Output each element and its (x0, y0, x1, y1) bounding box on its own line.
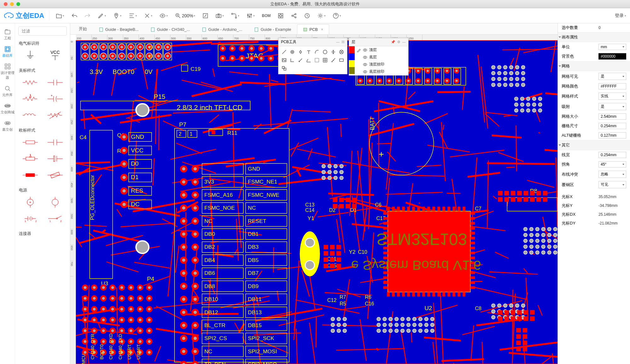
panel-close-icon[interactable]: ☒ (341, 40, 345, 44)
layer-swatch-botsilk[interactable] (349, 67, 355, 74)
rail-baselib[interactable]: 基础库 (0, 43, 15, 60)
eye-icon[interactable] (363, 55, 367, 60)
angle-select[interactable]: 45° (598, 161, 626, 168)
tool-circle[interactable] (321, 48, 329, 56)
bom-button[interactable]: BOM (260, 12, 272, 19)
canvas[interactable]: 2002503003504004505005506006507007508008… (70, 35, 558, 364)
tab-arduino[interactable]: Guide - Arduino_... (196, 24, 248, 34)
redo-button[interactable] (83, 11, 93, 20)
rail-project[interactable]: 工程 (0, 26, 15, 43)
symbol-fuse-eu[interactable] (44, 168, 66, 182)
panel-minimize-icon[interactable]: — (336, 40, 340, 44)
layers-panel[interactable]: 层📌⚙— 顶层 (349, 38, 409, 76)
pencil-tool-button[interactable]: ▾ (96, 11, 108, 20)
tool-text[interactable] (305, 48, 312, 56)
eye-icon[interactable] (363, 70, 367, 74)
place-tool-button[interactable]: ▾ (111, 11, 123, 20)
layer-row-botsilk[interactable]: 底层丝印 (355, 68, 408, 75)
camera-button[interactable]: ▾ (214, 11, 226, 20)
section-grid[interactable]: 网格 (558, 61, 630, 71)
tool-protractor[interactable] (305, 56, 312, 64)
unit-select[interactable]: mm (598, 44, 626, 50)
eye-icon[interactable] (363, 62, 367, 67)
rail-designmgr[interactable]: 设计管理器 (0, 60, 15, 82)
symbol-probe[interactable]: 12 (44, 212, 66, 225)
file-menu-button[interactable]: ▾ (54, 11, 66, 20)
align-tool-button[interactable]: ▾ (127, 11, 139, 20)
symbol-resistor-us[interactable] (19, 76, 41, 89)
symbol-inductor-us[interactable] (19, 109, 41, 122)
symbol-dc-source[interactable] (44, 196, 66, 209)
linewidth-input[interactable]: 0.254mm (598, 152, 626, 158)
rail-componentlib[interactable]: 元件库 (0, 82, 15, 100)
tab-example[interactable]: Guide - Example (248, 24, 297, 34)
eye-icon[interactable] (363, 48, 367, 52)
rail-jlc[interactable]: JLC嘉立创 (0, 117, 15, 134)
tool-via[interactable] (297, 48, 304, 56)
symbol-capacitor-us[interactable] (44, 76, 66, 89)
symbol-polcap-eu[interactable] (44, 152, 66, 165)
layer-row-top[interactable]: 顶层 (355, 46, 408, 54)
rail-lcsc[interactable]: LCSC立创商城 (0, 100, 15, 117)
layer-row-topsilk[interactable]: 顶层丝印 (355, 61, 408, 68)
layer-row-bottom[interactable]: 底层 (355, 54, 408, 61)
symbol-battery[interactable]: 12 (19, 212, 41, 225)
symbol-resistor-eu[interactable] (19, 136, 41, 149)
symbol-pot-eu[interactable] (19, 152, 41, 165)
copper-select[interactable]: 可见 (598, 181, 626, 188)
tool-copperarea[interactable] (313, 56, 321, 64)
settings-button[interactable]: ▾ (315, 11, 328, 20)
symbol-pot-us[interactable] (19, 92, 41, 105)
grid-visible-select[interactable]: 是 (598, 73, 626, 80)
route-tool-button[interactable]: ▾ (229, 11, 241, 20)
tool-dimension[interactable] (297, 56, 304, 64)
alt-grid-input[interactable]: 0.127mm (598, 132, 626, 139)
symbol-polcap-us[interactable]: + (44, 92, 66, 105)
symbol-capacitor-eu[interactable] (44, 136, 66, 149)
pcb-tools-panel[interactable]: PCB工具—☒ (278, 38, 347, 74)
section-other[interactable]: 其它 (558, 140, 630, 150)
filter-input[interactable] (18, 26, 67, 36)
conflict-select[interactable]: 忽略 (598, 171, 626, 178)
view-tool-button[interactable]: ▾ (158, 11, 170, 20)
tool-rect[interactable] (338, 56, 345, 64)
symbol-varistor-us[interactable] (44, 109, 66, 122)
export-button[interactable] (276, 11, 286, 20)
section-canvas[interactable]: 画布属性 (558, 32, 630, 42)
rotate-tool-button[interactable]: ▾ (142, 11, 154, 20)
tab-pcb[interactable]: PCB× (297, 24, 329, 34)
tool-measure[interactable] (329, 56, 337, 64)
layer-swatch-bottom[interactable] (349, 53, 355, 60)
snap-select[interactable]: 是 (598, 103, 626, 110)
login-button[interactable]: 登录▾ (615, 13, 626, 19)
layer-swatch-top[interactable] (349, 46, 355, 53)
undo-button[interactable] (69, 11, 79, 20)
symbol-ac-source[interactable]: + (19, 196, 41, 209)
grid-size-input[interactable]: 2.540mm (598, 113, 626, 120)
grid-style-select[interactable]: 实线 (598, 93, 626, 100)
tool-track[interactable] (280, 48, 288, 56)
symbol-vcc[interactable]: VCC (44, 49, 66, 62)
pcb-view[interactable]: 00 3.3V BOOT0 0V C19 JTAG 19 (76, 40, 558, 364)
grid-color-input[interactable]: #FFFFFF (598, 83, 626, 89)
tab-ch340[interactable]: Guide - CH340_... (145, 24, 196, 34)
symbol-resistor-fill-eu[interactable] (19, 168, 41, 182)
history-button[interactable] (302, 11, 312, 20)
tab-start[interactable]: 开始 (73, 23, 93, 34)
tool-hole[interactable] (338, 48, 345, 56)
snap-size-input[interactable]: 0.254mm (598, 123, 626, 129)
fit-button[interactable] (200, 11, 210, 20)
tool-group[interactable] (280, 65, 288, 72)
tools-button[interactable]: ▾ (244, 11, 257, 20)
zoom-tool-button[interactable]: 200%▾ (173, 11, 197, 20)
share-button[interactable] (289, 11, 299, 20)
tool-image[interactable] (280, 56, 288, 64)
tool-arc[interactable] (313, 48, 321, 56)
tool-move[interactable] (329, 48, 337, 56)
tool-outline[interactable] (289, 56, 296, 64)
layer-swatch-topsilk[interactable] (349, 60, 355, 67)
tab-beaglebone[interactable]: Guide - BeagleB... (93, 24, 145, 34)
tab-close-icon[interactable]: × (321, 27, 323, 32)
tool-pad[interactable] (289, 48, 296, 56)
help-button[interactable]: ▾ (331, 11, 343, 20)
